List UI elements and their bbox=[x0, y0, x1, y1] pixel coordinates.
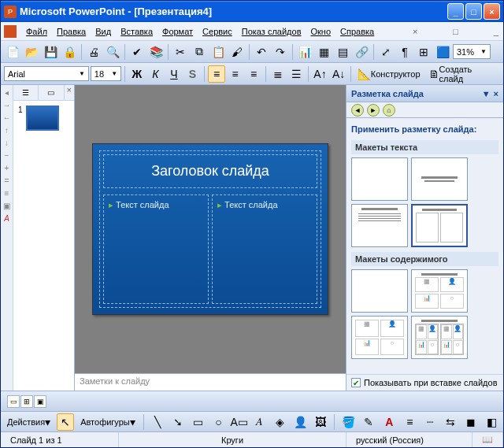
paste-icon[interactable]: 📋 bbox=[209, 43, 227, 61]
autoshapes-menu[interactable]: Автофигуры▾ bbox=[77, 413, 139, 431]
slide-text-left[interactable]: Текст слайда bbox=[103, 194, 209, 304]
menu-window[interactable]: Окно bbox=[306, 25, 336, 38]
diagram-icon[interactable]: ◈ bbox=[272, 413, 289, 431]
strip-expand-icon[interactable]: + bbox=[2, 164, 12, 173]
show-format-icon[interactable]: ¶ bbox=[396, 43, 413, 61]
arrow-style-icon[interactable]: ⇆ bbox=[442, 413, 459, 431]
open-icon[interactable]: 📂 bbox=[23, 43, 40, 61]
slide-thumb-1[interactable]: 1 bbox=[18, 106, 69, 131]
menu-edit[interactable]: Правка bbox=[52, 25, 91, 38]
color-icon[interactable]: 🟦 bbox=[434, 43, 451, 61]
nav-home-icon[interactable]: ⌂ bbox=[383, 104, 395, 117]
strip-promote-icon[interactable]: → bbox=[2, 101, 12, 110]
menu-view[interactable]: Вид bbox=[91, 25, 116, 38]
shadow-button[interactable]: S bbox=[184, 65, 202, 83]
slide-title-placeholder[interactable]: Заголовок слайда bbox=[103, 154, 317, 188]
fill-color-icon[interactable]: 🪣 bbox=[339, 413, 357, 431]
3d-style-icon[interactable]: ◧ bbox=[483, 413, 500, 431]
notes-pane[interactable]: Заметки к слайду bbox=[75, 373, 346, 391]
undo-icon[interactable]: ↶ bbox=[253, 43, 270, 61]
mdi-min[interactable]: _ bbox=[492, 27, 500, 36]
new-slide-button[interactable]: 🗎Создать слайд bbox=[425, 65, 501, 83]
actions-menu[interactable]: Действия▾ bbox=[4, 413, 54, 431]
mdi-restore[interactable]: □ bbox=[451, 27, 460, 36]
task-close-icon[interactable]: × bbox=[494, 89, 498, 98]
layout-two-col[interactable] bbox=[411, 204, 468, 247]
italic-button[interactable]: К bbox=[147, 65, 165, 83]
layout-title[interactable] bbox=[411, 157, 468, 201]
cut-icon[interactable]: ✂ bbox=[172, 43, 189, 61]
layout-title-text[interactable] bbox=[351, 204, 408, 247]
numbered-list-icon[interactable]: ≣ bbox=[269, 65, 287, 83]
layout-content-blank[interactable] bbox=[351, 269, 408, 313]
grid-icon[interactable]: ⊞ bbox=[415, 43, 432, 61]
show-on-insert-checkbox[interactable]: ✔ bbox=[351, 378, 361, 387]
strip-summary-icon[interactable]: ▣ bbox=[2, 202, 12, 211]
zoom-combo[interactable]: 31%▼ bbox=[453, 44, 491, 59]
dash-style-icon[interactable]: ┈ bbox=[421, 413, 439, 431]
oval-icon[interactable]: ○ bbox=[210, 413, 228, 431]
slide-text-right[interactable]: Текст слайда bbox=[212, 194, 317, 304]
arrow-draw-icon[interactable]: ➘ bbox=[169, 413, 187, 431]
line-style-icon[interactable]: ≡ bbox=[401, 413, 418, 431]
align-center-icon[interactable]: ≡ bbox=[227, 65, 244, 83]
picture-icon[interactable]: 🖼 bbox=[312, 413, 329, 431]
font-family-combo[interactable]: Arial▼ bbox=[4, 66, 89, 81]
redo-icon[interactable]: ↷ bbox=[272, 43, 289, 61]
layout-content-2[interactable]: ▦👤📊○▦👤📊○ bbox=[411, 316, 468, 359]
close-button[interactable]: × bbox=[484, 3, 500, 20]
normal-view-icon[interactable]: ▭ bbox=[7, 395, 20, 408]
menu-insert[interactable]: Вставка bbox=[116, 25, 158, 38]
increase-font-icon[interactable]: A↑ bbox=[312, 65, 329, 83]
menu-tools[interactable]: Сервис bbox=[198, 25, 237, 38]
permission-icon[interactable]: 🔒 bbox=[61, 43, 78, 61]
strip-expandall-icon[interactable]: ≡ bbox=[2, 189, 12, 198]
new-icon[interactable]: 📄 bbox=[4, 43, 21, 61]
strip-collapse-icon[interactable]: − bbox=[2, 151, 12, 161]
sorter-view-icon[interactable]: ⊞ bbox=[20, 395, 33, 408]
spell-icon[interactable]: ✔ bbox=[128, 43, 146, 61]
line-color-icon[interactable]: ✎ bbox=[360, 413, 377, 431]
copy-icon[interactable]: ⧉ bbox=[191, 43, 208, 61]
nav-back-icon[interactable]: ◄ bbox=[351, 104, 364, 117]
bold-button[interactable]: Ж bbox=[128, 65, 146, 83]
align-right-icon[interactable]: ≡ bbox=[245, 65, 262, 83]
layout-blank[interactable] bbox=[351, 157, 408, 201]
mdi-close[interactable]: × bbox=[411, 27, 419, 36]
minimize-button[interactable]: _ bbox=[447, 3, 464, 20]
strip-demote-icon[interactable]: ← bbox=[2, 113, 12, 123]
research-icon[interactable]: 📚 bbox=[147, 43, 165, 61]
strip-arrow-icon[interactable]: ◂ bbox=[2, 88, 12, 98]
task-dropdown-icon[interactable]: ▼ bbox=[482, 89, 491, 98]
slide-editor[interactable]: Заголовок слайда Текст слайда Текст слай… bbox=[75, 85, 346, 373]
status-spell-icon[interactable]: 📖 bbox=[472, 432, 503, 447]
shadow-style-icon[interactable]: ◼ bbox=[462, 413, 480, 431]
chart-icon[interactable]: 📊 bbox=[296, 43, 313, 61]
slides-tab[interactable]: ▭ bbox=[39, 85, 64, 100]
menu-format[interactable]: Формат bbox=[158, 25, 198, 38]
textbox-icon[interactable]: A▭ bbox=[231, 413, 248, 431]
underline-button[interactable]: Ч bbox=[165, 65, 183, 83]
layout-content-title[interactable]: ▦👤📊○ bbox=[411, 269, 468, 313]
decrease-font-icon[interactable]: A↓ bbox=[330, 65, 347, 83]
line-icon[interactable]: ╲ bbox=[149, 413, 166, 431]
clipart-icon[interactable]: 👤 bbox=[291, 413, 309, 431]
expand-icon[interactable]: ⤢ bbox=[377, 43, 395, 61]
maximize-button[interactable]: □ bbox=[465, 3, 482, 20]
wordart-icon[interactable]: 𝐴 bbox=[251, 413, 269, 431]
format-painter-icon[interactable]: 🖌 bbox=[228, 43, 246, 61]
print-icon[interactable]: 🖨 bbox=[85, 43, 102, 61]
nav-forward-icon[interactable]: ► bbox=[367, 104, 380, 117]
save-icon[interactable]: 💾 bbox=[42, 43, 59, 61]
table-icon[interactable]: ▦ bbox=[315, 43, 332, 61]
strip-format-icon[interactable]: A bbox=[2, 214, 12, 224]
slideshow-view-icon[interactable]: ▣ bbox=[34, 395, 46, 408]
rect-icon[interactable]: ▭ bbox=[190, 413, 207, 431]
preview-icon[interactable]: 🔍 bbox=[104, 43, 121, 61]
font-color-icon[interactable]: A bbox=[380, 413, 398, 431]
tables-borders-icon[interactable]: ▤ bbox=[334, 43, 351, 61]
align-left-icon[interactable]: ≡ bbox=[208, 65, 225, 83]
bullet-list-icon[interactable]: ☰ bbox=[287, 65, 305, 83]
layout-content-1[interactable]: ▦👤📊○ bbox=[351, 316, 408, 359]
pane-close-icon[interactable]: × bbox=[65, 85, 74, 100]
